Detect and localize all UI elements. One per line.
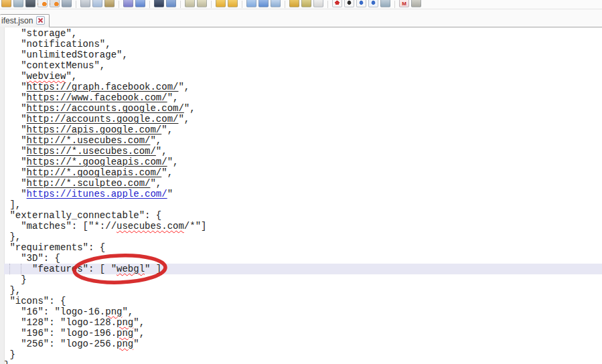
toolbar-zoom-in-button[interactable]	[185, 0, 195, 7]
code-text: ",	[122, 306, 133, 317]
code-text: "	[133, 339, 139, 349]
toolbar-print-button[interactable]	[62, 0, 72, 7]
url-link[interactable]: http://*.sculpteo.com/	[27, 178, 151, 189]
code-line: "https://apis.google.com/",	[4, 124, 602, 135]
tab-close-icon[interactable]	[36, 16, 45, 25]
code-line: "https://*.usecubes.com/",	[4, 146, 602, 157]
toolbar-replace-button[interactable]	[166, 0, 176, 7]
toolbar-copy-button[interactable]	[92, 0, 102, 7]
misspelled-word: png	[117, 317, 133, 328]
toolbar-sync-horizontal-button[interactable]	[228, 0, 238, 7]
toolbar-find-button[interactable]	[154, 0, 164, 7]
toolbar-save-all-button[interactable]	[25, 0, 35, 7]
code-line: "http://accounts.google.com/",	[4, 114, 602, 124]
toolbar-plugin-camera-button[interactable]	[411, 0, 421, 7]
toolbar-show-all-characters-button[interactable]	[258, 0, 269, 7]
code-text: ",	[156, 146, 167, 157]
url-link[interactable]: https://www.facebook.com/	[27, 92, 167, 103]
code-line: "requirements": {	[4, 242, 602, 253]
code-text: "	[4, 124, 27, 135]
toolbar-separator	[119, 1, 119, 8]
toolbar-open-file-button[interactable]	[1, 0, 11, 7]
url-link[interactable]: https://graph.facebook.com/	[27, 82, 179, 92]
code-text: ",	[66, 71, 77, 82]
code-line: "https://www.facebook.com/",	[4, 92, 602, 103]
toolbar-sync-vertical-button[interactable]	[216, 0, 226, 7]
toolbar-separator	[285, 1, 285, 8]
toolbar-word-wrap-button[interactable]	[246, 0, 256, 7]
code-text: "notifications",	[4, 39, 111, 50]
url-link[interactable]: http://*.googleapis.com/	[27, 167, 162, 178]
code-text: "256": "logo-256.	[4, 339, 117, 349]
toolbar-zoom-out-button[interactable]	[197, 0, 207, 7]
misspelled-word: usecubes.com	[117, 221, 184, 232]
url-link[interactable]: https://itunes.apple.com/	[27, 189, 167, 199]
code-line: },	[4, 232, 602, 242]
code-line: "contextMenus",	[4, 60, 602, 71]
code-text: "16": "logo-16.	[4, 306, 105, 317]
toolbar-macro-run-multiple-button[interactable]	[368, 0, 378, 7]
code-line-current: "features": [ "webgl" ]	[4, 264, 602, 274]
toolbar-function-list-button[interactable]	[301, 0, 311, 7]
toolbar-close-file-button[interactable]	[37, 0, 48, 7]
toolbar-undo-button[interactable]	[123, 0, 133, 7]
url-link[interactable]: https://*.usecubes.com/	[27, 146, 156, 157]
toolbar-macro-stop-button[interactable]	[344, 0, 354, 7]
code-text: }	[4, 349, 15, 360]
tab-label: ifest.json	[1, 16, 33, 25]
toolbar-close-all-button[interactable]	[50, 0, 60, 7]
code-text: "externally_connectable": {	[4, 210, 161, 221]
toolbar-separator	[242, 1, 242, 8]
code-area[interactable]: "storage", "notifications", "unlimitedSt…	[4, 27, 602, 364]
toolbar-monitoring-button[interactable]: M	[399, 0, 409, 7]
code-text: ",	[150, 178, 161, 189]
toolbar-separator	[149, 1, 150, 8]
code-text: "storage",	[4, 28, 77, 39]
toolbar-cut-button[interactable]	[80, 0, 90, 7]
code-text: ",	[167, 157, 179, 167]
code-line: "128": "logo-128.png",	[4, 317, 602, 328]
code-text: ",	[167, 92, 179, 103]
misspelled-word: png	[117, 339, 133, 349]
toolbar-save-file-button[interactable]	[13, 0, 23, 7]
code-text: "matches": ["*://	[4, 221, 117, 232]
toolbar-redo-button[interactable]	[135, 0, 145, 7]
code-text: "	[4, 146, 27, 157]
code-line: "storage",	[4, 28, 602, 39]
code-line: "https://accounts.google.com/",	[4, 103, 602, 114]
code-text: ",	[178, 114, 190, 124]
toolbar-macro-save-button[interactable]	[380, 0, 390, 7]
toolbar-document-map-button[interactable]	[289, 0, 299, 7]
url-link[interactable]: https://accounts.google.com/	[27, 103, 184, 114]
toolbar-paste-button[interactable]	[104, 0, 115, 7]
code-text: ",	[161, 124, 173, 135]
code-text: "unlimitedStorage",	[4, 50, 128, 60]
toolbar-file-browser-button[interactable]	[313, 0, 323, 7]
toolbar-indent-guide-button[interactable]	[271, 0, 281, 7]
editor: "storage", "notifications", "unlimitedSt…	[0, 27, 602, 364]
toolbar: M	[0, 0, 602, 9]
code-text: "	[4, 103, 27, 114]
toolbar-macro-play-button[interactable]	[356, 0, 366, 7]
code-line: }	[4, 274, 602, 285]
code-text: "contextMenus",	[4, 60, 105, 71]
url-link[interactable]: https://*.googleapis.com/	[27, 157, 167, 167]
code-text: ",	[184, 103, 196, 114]
code-text: "	[4, 82, 27, 92]
code-text: "	[4, 71, 27, 82]
code-text: "	[4, 167, 27, 178]
code-text: ",	[133, 328, 145, 339]
code-line: "196": "logo-196.png",	[4, 328, 602, 339]
misspelled-word: webview	[27, 71, 66, 82]
toolbar-macro-record-button[interactable]	[332, 0, 342, 7]
code-text: "	[4, 135, 27, 146]
code-text: },	[4, 285, 21, 296]
url-link[interactable]: https://apis.google.com/	[27, 124, 162, 135]
code-line: "http://*.googleapis.com/",	[4, 167, 602, 178]
url-link[interactable]: http://*.usecubes.com/	[27, 135, 151, 146]
code-text: ",	[161, 167, 173, 178]
tab-manifest-json[interactable]: ifest.json	[0, 14, 50, 27]
misspelled-word: webgl	[117, 264, 145, 274]
url-link[interactable]: http://accounts.google.com/	[27, 114, 179, 124]
code-text: "icons": {	[4, 296, 66, 306]
